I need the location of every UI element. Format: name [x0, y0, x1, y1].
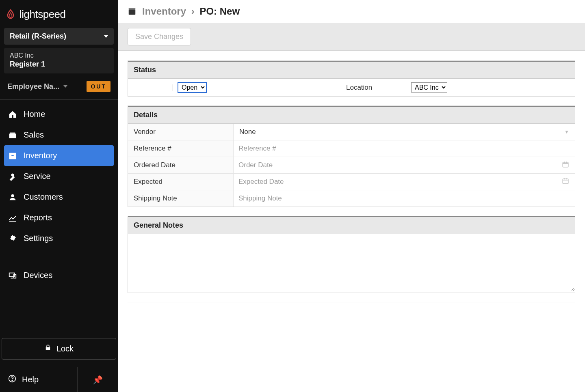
location-select[interactable]: ABC Inc	[411, 82, 447, 93]
svg-rect-20	[563, 179, 568, 184]
toolbar: Save Changes	[118, 23, 585, 51]
calendar-icon[interactable]	[562, 161, 569, 170]
shop-block[interactable]: ABC Inc Register 1	[4, 48, 114, 73]
save-button[interactable]: Save Changes	[128, 28, 191, 45]
general-notes-textarea[interactable]	[128, 234, 575, 291]
nav-label: Service	[24, 172, 51, 181]
inventory-icon	[8, 151, 17, 160]
inventory-icon	[128, 7, 136, 16]
product-selector[interactable]: Retail (R-Series)	[4, 28, 114, 45]
nav-item-reports[interactable]: Reports	[0, 207, 118, 228]
nav-label: Sales	[24, 130, 44, 140]
chevron-down-icon	[104, 35, 108, 38]
content: Status Open Location ABC Inc	[118, 51, 585, 302]
svg-rect-11	[46, 347, 50, 351]
shipping-note-label: Shipping Note	[128, 190, 234, 207]
help-row: Help 📌	[0, 367, 118, 392]
location-label: Location	[341, 80, 406, 95]
lock-button[interactable]: Lock	[2, 338, 116, 360]
svg-rect-0	[9, 134, 16, 138]
status-label-empty	[128, 84, 173, 91]
nav-label: Home	[24, 110, 45, 119]
status-select-cell: Open	[173, 79, 341, 96]
flame-icon	[5, 9, 16, 20]
reports-icon	[8, 213, 17, 222]
employee-row: Employee Na... OUT	[0, 77, 118, 99]
reference-label: Reference #	[128, 140, 234, 157]
svg-rect-3	[9, 153, 16, 154]
employee-name: Employee Na...	[7, 82, 59, 91]
shipping-note-input[interactable]	[237, 192, 572, 205]
chevron-down-icon	[63, 85, 67, 88]
nav-item-customers[interactable]: Customers	[0, 187, 118, 207]
divider	[128, 302, 575, 302]
nav-label: Reports	[24, 213, 52, 222]
register-name: Register 1	[10, 60, 108, 69]
nav: Home Sales Inventory Service	[0, 99, 118, 336]
nav-item-devices[interactable]: Devices	[0, 265, 118, 286]
brand-text: lightspeed	[20, 8, 66, 21]
service-icon	[8, 172, 17, 181]
vendor-label: Vendor	[128, 124, 234, 140]
expected-label: Expected	[128, 174, 234, 190]
nav-label: Help	[22, 375, 39, 384]
nav-item-help[interactable]: Help	[0, 367, 77, 392]
logo: lightspeed	[0, 0, 118, 26]
breadcrumb: Inventory › PO: New	[142, 6, 240, 17]
lock-label: Lock	[56, 344, 74, 353]
nav-item-inventory[interactable]: Inventory	[4, 145, 114, 166]
product-selector-label: Retail (R-Series)	[10, 32, 66, 41]
nav-label: Customers	[24, 192, 63, 202]
vendor-select[interactable]: None ▼	[234, 124, 575, 140]
svg-rect-2	[9, 154, 16, 159]
devices-icon	[8, 271, 17, 280]
expected-date-input[interactable]	[237, 175, 562, 188]
nav-item-home[interactable]: Home	[0, 104, 118, 125]
breadcrumb-current: PO: New	[199, 6, 240, 17]
breadcrumb-section[interactable]: Inventory	[142, 6, 186, 17]
calendar-icon[interactable]	[562, 177, 569, 186]
svg-rect-4	[11, 155, 14, 156]
location-select-cell: ABC Inc	[406, 79, 575, 96]
svg-rect-1	[10, 132, 15, 134]
sidebar: lightspeed Retail (R-Series) ABC Inc Reg…	[0, 0, 118, 392]
settings-icon	[8, 234, 17, 243]
nav-item-service[interactable]: Service	[0, 166, 118, 187]
chevron-down-icon: ▼	[564, 129, 569, 135]
ordered-date-input[interactable]	[237, 159, 562, 172]
panel-status-title: Status	[128, 61, 575, 79]
panel-status: Status Open Location ABC Inc	[128, 60, 575, 97]
home-icon	[8, 110, 17, 119]
panel-details-title: Details	[128, 106, 575, 124]
clock-out-button[interactable]: OUT	[87, 81, 110, 92]
main: Inventory › PO: New Save Changes Status …	[118, 0, 585, 392]
reference-input[interactable]	[237, 142, 572, 155]
svg-rect-15	[129, 9, 136, 10]
svg-rect-14	[129, 9, 136, 15]
panel-general-notes: General Notes	[128, 216, 575, 293]
help-icon	[8, 375, 16, 385]
status-select[interactable]: Open	[178, 82, 207, 93]
customers-icon	[8, 193, 17, 202]
sales-icon	[8, 131, 17, 140]
svg-point-5	[11, 194, 14, 197]
nav-label: Settings	[24, 234, 53, 243]
nav-item-sales[interactable]: Sales	[0, 125, 118, 145]
pin-button[interactable]: 📌	[77, 367, 118, 392]
lock-icon	[44, 344, 52, 353]
nav-label: Devices	[24, 271, 52, 280]
svg-point-13	[12, 380, 13, 381]
page-header: Inventory › PO: New	[118, 0, 585, 23]
ordered-date-label: Ordered Date	[128, 157, 234, 173]
panel-details: Details Vendor None ▼ Reference #	[128, 106, 575, 207]
svg-rect-16	[563, 162, 568, 167]
panel-notes-title: General Notes	[128, 216, 575, 234]
nav-label: Inventory	[24, 151, 57, 160]
nav-item-settings[interactable]: Settings	[0, 228, 118, 249]
vendor-value: None	[239, 128, 256, 136]
employee-menu[interactable]: Employee Na...	[7, 82, 67, 91]
chevron-right-icon: ›	[191, 6, 195, 17]
pin-icon: 📌	[93, 375, 103, 385]
shop-name: ABC Inc	[10, 52, 108, 59]
